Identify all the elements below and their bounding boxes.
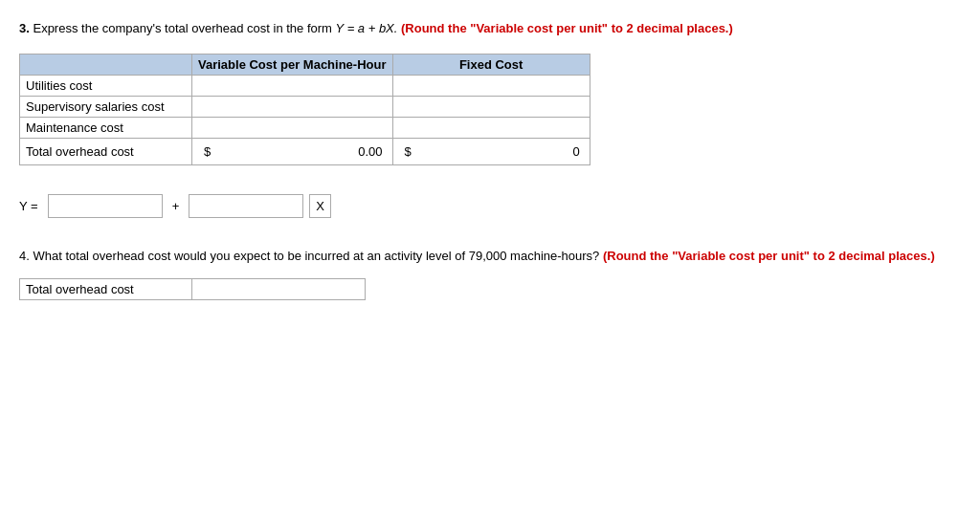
- utilities-variable-input[interactable]: [192, 76, 392, 96]
- maintenance-variable-input[interactable]: [192, 118, 392, 138]
- q3-formula: Y = a + bX.: [336, 21, 398, 35]
- q4-number: 4.: [19, 249, 30, 263]
- total-overhead-label: Total overhead cost: [20, 138, 192, 164]
- equation-b-input[interactable]: [189, 194, 303, 218]
- supervisory-fixed-input[interactable]: [393, 97, 590, 117]
- q4-text: What total overhead cost would you expec…: [33, 249, 599, 263]
- equation-a-input[interactable]: [48, 194, 163, 218]
- supervisory-label: Supervisory salaries cost: [20, 96, 192, 117]
- maintenance-fixed-cell: [392, 117, 590, 138]
- x-label: X: [309, 194, 331, 218]
- table-row: Utilities cost: [20, 75, 590, 96]
- total-overhead-cost-cell: [192, 279, 366, 300]
- supervisory-variable-input[interactable]: [192, 97, 392, 117]
- variable-dollar-sign: $: [198, 142, 214, 162]
- table-row: Maintenance cost: [20, 117, 590, 138]
- utilities-label: Utilities cost: [20, 75, 192, 96]
- q3-instruction: (Round the "Variable cost per unit" to 2…: [401, 21, 733, 35]
- fixed-cost-header: Fixed Cost: [392, 54, 590, 75]
- q3-text: Express the company's total overhead cos…: [33, 21, 331, 35]
- table-row: Supervisory salaries cost: [20, 96, 590, 117]
- question3-header: 3. Express the company's total overhead …: [19, 19, 961, 38]
- total-fixed-cell: $: [392, 138, 590, 164]
- col-label-header: [20, 54, 192, 75]
- variable-cost-header: Variable Cost per Machine-Hour: [192, 54, 393, 75]
- table-row-total: Total overhead cost $ $: [20, 138, 590, 164]
- total-overhead-cost-label: Total overhead cost: [20, 279, 192, 300]
- total-overhead-row: Total overhead cost: [20, 279, 366, 300]
- maintenance-label: Maintenance cost: [20, 117, 192, 138]
- utilities-fixed-cell: [392, 75, 590, 96]
- total-row-table: Total overhead cost: [19, 278, 366, 300]
- total-fixed-input[interactable]: [415, 142, 584, 162]
- supervisory-variable-cell: [192, 96, 393, 117]
- total-variable-cell: $: [192, 138, 393, 164]
- maintenance-fixed-input[interactable]: [393, 118, 590, 138]
- utilities-fixed-input[interactable]: [393, 76, 590, 96]
- total-variable-input[interactable]: [214, 142, 386, 162]
- supervisory-fixed-cell: [392, 96, 590, 117]
- fixed-dollar-sign: $: [399, 142, 415, 162]
- total-overhead-cost-input[interactable]: [192, 279, 365, 299]
- q3-number: 3.: [19, 21, 30, 35]
- y-equals-label: Y =: [19, 199, 38, 213]
- equation-row: Y = + X: [19, 194, 961, 218]
- maintenance-variable-cell: [192, 117, 393, 138]
- question4-header: 4. What total overhead cost would you ex…: [19, 247, 961, 266]
- cost-table: Variable Cost per Machine-Hour Fixed Cos…: [19, 54, 590, 165]
- q4-instruction: (Round the "Variable cost per unit" to 2…: [603, 249, 935, 263]
- utilities-variable-cell: [192, 75, 393, 96]
- plus-label: +: [172, 199, 180, 213]
